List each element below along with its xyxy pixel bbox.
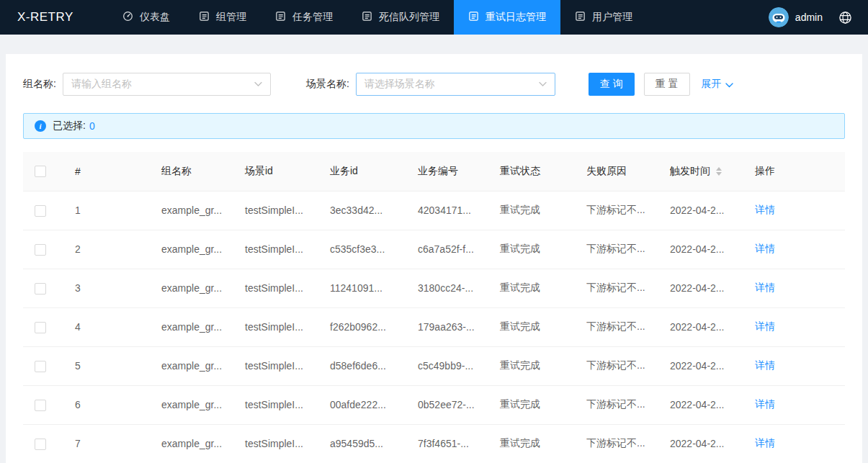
col-header-scene-id: 场景id	[233, 152, 318, 191]
cell-scene-id: testSimpleI...	[233, 424, 318, 463]
cell-index: 4	[63, 307, 150, 346]
profile-icon	[199, 11, 210, 24]
app-logo: X-RETRY	[0, 0, 108, 35]
cell-scene-id: testSimpleI...	[233, 385, 318, 424]
nav-item-dead-letter-queue[interactable]: 死信队列管理	[347, 0, 454, 35]
row-checkbox[interactable]	[35, 322, 46, 333]
cell-biz-no: 3180cc24-...	[406, 269, 488, 307]
cell-group-name: example_gr...	[150, 346, 233, 385]
cell-retry-status: 重试完成	[488, 230, 575, 269]
filter-group-name: 组名称: 请输入组名称	[23, 73, 271, 96]
cell-biz-no: 42034171...	[406, 191, 488, 230]
cell-biz-id: c535cf3e3...	[318, 230, 406, 269]
table-row: 7 example_gr... testSimpleI... a95459d5.…	[23, 424, 845, 463]
row-checkbox[interactable]	[35, 244, 46, 256]
search-button[interactable]: 查 询	[589, 73, 635, 96]
selection-alert-text: 已选择:	[53, 120, 86, 132]
profile-icon	[275, 11, 286, 24]
expand-link[interactable]: 展开	[702, 78, 733, 91]
table-header-row: # 组名称 场景id 业务id 业务编号 重试状态 失败原因 触发时间	[23, 152, 845, 191]
col-header-trigger-time[interactable]: 触发时间	[658, 152, 743, 191]
cell-fail-reason: 下游标记不...	[575, 191, 658, 230]
cell-biz-id: 00afde222...	[318, 385, 406, 424]
scene-name-placeholder: 请选择场景名称	[364, 78, 435, 91]
cell-trigger-time: 2022-04-2...	[658, 346, 743, 385]
cell-index: 5	[63, 346, 150, 385]
cell-biz-no: c5c49bb9-...	[406, 346, 488, 385]
info-circle-icon: i	[35, 120, 46, 132]
row-checkbox[interactable]	[35, 400, 46, 411]
cell-biz-id: a95459d5...	[318, 424, 406, 463]
nav-item-label: 任务管理	[292, 11, 333, 24]
cell-retry-status: 重试完成	[488, 385, 575, 424]
detail-link[interactable]: 详情	[755, 282, 775, 293]
nav-item-retry-log-management[interactable]: 重试日志管理	[454, 0, 560, 35]
cell-biz-id: f262b0962...	[318, 307, 406, 346]
nav-item-dashboard[interactable]: 仪表盘	[108, 0, 184, 35]
cell-trigger-time: 2022-04-2...	[658, 424, 743, 463]
col-header-index: #	[63, 152, 150, 191]
nav-item-label: 用户管理	[592, 11, 632, 24]
cell-group-name: example_gr...	[150, 385, 233, 424]
cell-trigger-time: 2022-04-2...	[658, 307, 743, 346]
cell-scene-id: testSimpleI...	[233, 307, 318, 346]
cell-trigger-time: 2022-04-2...	[658, 191, 743, 230]
col-header-actions: 操作	[743, 152, 845, 191]
cell-fail-reason: 下游标记不...	[575, 385, 658, 424]
detail-link[interactable]: 详情	[755, 359, 775, 371]
nav-item-user-management[interactable]: 用户管理	[560, 0, 647, 35]
profile-icon	[362, 11, 372, 24]
cell-biz-id: 3ec33d42...	[318, 191, 406, 230]
detail-link[interactable]: 详情	[755, 204, 775, 215]
selection-count: 0	[89, 120, 95, 132]
profile-icon	[468, 11, 479, 24]
row-checkbox[interactable]	[35, 205, 46, 217]
row-checkbox[interactable]	[35, 283, 46, 295]
group-name-select[interactable]: 请输入组名称	[63, 73, 271, 96]
table-row: 1 example_gr... testSimpleI... 3ec33d42.…	[23, 191, 845, 230]
reset-button[interactable]: 重 置	[644, 73, 690, 96]
user-menu[interactable]: admin	[769, 7, 823, 27]
chevron-down-icon	[254, 82, 262, 87]
nav-item-label: 死信队列管理	[379, 11, 439, 24]
cell-scene-id: testSimpleI...	[233, 191, 318, 230]
cell-fail-reason: 下游标记不...	[575, 346, 658, 385]
col-header-group-name: 组名称	[150, 152, 233, 191]
table-row: 4 example_gr... testSimpleI... f262b0962…	[23, 307, 845, 346]
col-header-biz-id: 业务id	[318, 152, 406, 191]
cell-scene-id: testSimpleI...	[233, 269, 318, 307]
nav-item-task-management[interactable]: 任务管理	[261, 0, 347, 35]
cell-group-name: example_gr...	[150, 230, 233, 269]
scene-name-select[interactable]: 请选择场景名称	[356, 73, 555, 96]
nav-item-label: 重试日志管理	[486, 11, 546, 24]
col-header-retry-status: 重试状态	[488, 152, 575, 191]
table-row: 2 example_gr... testSimpleI... c535cf3e3…	[23, 230, 845, 269]
cell-index: 1	[63, 191, 150, 230]
cell-trigger-time: 2022-04-2...	[658, 230, 743, 269]
cell-scene-id: testSimpleI...	[233, 230, 318, 269]
globe-icon[interactable]	[838, 11, 852, 24]
content-card: 组名称: 请输入组名称 场景名称: 请选择场景名称 查 询 重 置 展开	[6, 54, 862, 463]
cell-index: 6	[63, 385, 150, 424]
group-name-placeholder: 请输入组名称	[71, 78, 132, 91]
cell-biz-id: d58ef6de6...	[318, 346, 406, 385]
detail-link[interactable]: 详情	[755, 243, 775, 254]
retry-log-table: # 组名称 场景id 业务id 业务编号 重试状态 失败原因 触发时间	[23, 152, 845, 463]
detail-link[interactable]: 详情	[755, 398, 775, 410]
detail-link[interactable]: 详情	[755, 320, 775, 332]
chevron-down-icon	[725, 78, 733, 90]
nav-item-label: 组管理	[216, 11, 246, 24]
select-all-checkbox[interactable]	[35, 166, 46, 177]
cell-group-name: example_gr...	[150, 269, 233, 307]
cell-retry-status: 重试完成	[488, 191, 575, 230]
avatar-robot-icon	[769, 7, 789, 27]
cell-biz-no: 7f3f4651-...	[406, 424, 488, 463]
cell-fail-reason: 下游标记不...	[575, 269, 658, 307]
selection-alert: i 已选择: 0	[23, 113, 845, 139]
nav-item-group-management[interactable]: 组管理	[184, 0, 261, 35]
cell-scene-id: testSimpleI...	[233, 346, 318, 385]
detail-link[interactable]: 详情	[755, 437, 775, 449]
cell-group-name: example_gr...	[150, 424, 233, 463]
row-checkbox[interactable]	[35, 361, 46, 372]
row-checkbox[interactable]	[35, 439, 46, 450]
